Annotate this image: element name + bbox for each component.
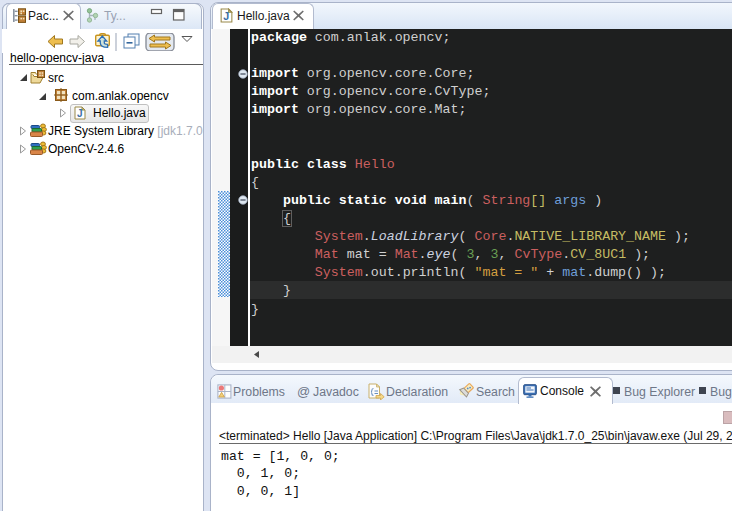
svg-text:J: J	[223, 10, 229, 22]
svg-text:J: J	[77, 108, 83, 119]
